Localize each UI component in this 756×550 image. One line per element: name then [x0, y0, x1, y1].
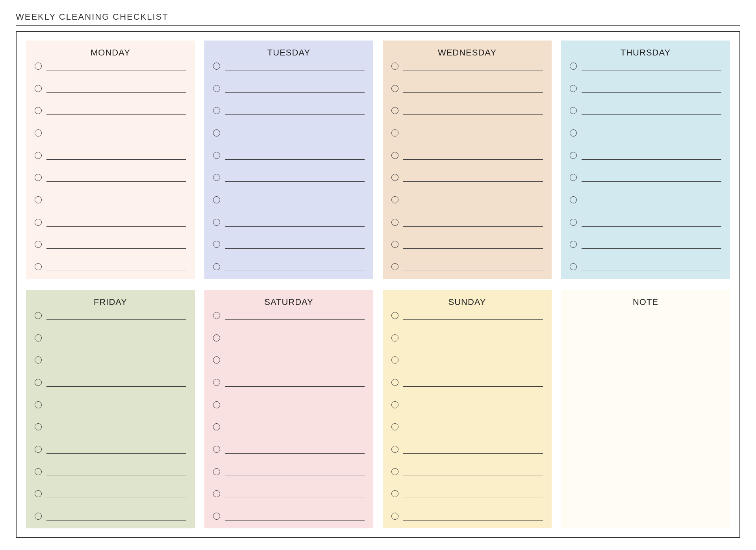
checkbox-circle-icon[interactable] [35, 312, 42, 319]
checkbox-circle-icon[interactable] [391, 379, 398, 386]
checkbox-circle-icon[interactable] [35, 423, 42, 430]
write-line[interactable] [403, 424, 543, 431]
write-line[interactable] [225, 197, 365, 204]
write-line[interactable] [582, 175, 721, 182]
write-line[interactable] [225, 335, 365, 342]
checkbox-circle-icon[interactable] [391, 513, 398, 520]
checklist-line[interactable] [391, 401, 543, 409]
write-line[interactable] [403, 357, 543, 364]
checklist-line[interactable] [213, 468, 365, 476]
checklist-line[interactable] [213, 174, 365, 182]
checkbox-circle-icon[interactable] [570, 174, 577, 181]
write-line[interactable] [225, 130, 365, 137]
checkbox-circle-icon[interactable] [213, 63, 220, 70]
checkbox-circle-icon[interactable] [391, 263, 398, 270]
checklist-line[interactable] [391, 423, 543, 431]
write-line[interactable] [46, 469, 186, 476]
write-line[interactable] [225, 380, 365, 387]
checkbox-circle-icon[interactable] [35, 219, 42, 226]
checklist-line[interactable] [391, 174, 543, 182]
checklist-line[interactable] [213, 107, 365, 115]
checkbox-circle-icon[interactable] [35, 263, 42, 270]
checklist-line[interactable] [213, 219, 365, 227]
checklist-line[interactable] [391, 152, 543, 160]
checkbox-circle-icon[interactable] [570, 85, 577, 92]
write-line[interactable] [403, 447, 543, 454]
checkbox-circle-icon[interactable] [35, 401, 42, 408]
checkbox-circle-icon[interactable] [35, 513, 42, 520]
checkbox-circle-icon[interactable] [391, 174, 398, 181]
write-line[interactable] [403, 86, 543, 93]
write-line[interactable] [46, 424, 186, 431]
checklist-line[interactable] [391, 490, 543, 498]
write-line[interactable] [403, 402, 543, 409]
checklist-line[interactable] [213, 263, 365, 271]
checklist-line[interactable] [570, 107, 721, 115]
write-line[interactable] [46, 63, 186, 70]
write-line[interactable] [582, 153, 721, 160]
checklist-line[interactable] [35, 446, 186, 454]
checkbox-circle-icon[interactable] [35, 356, 42, 364]
checkbox-circle-icon[interactable] [213, 490, 220, 497]
write-line[interactable] [46, 313, 186, 320]
checkbox-circle-icon[interactable] [570, 196, 577, 203]
checklist-line[interactable] [213, 334, 365, 342]
write-line[interactable] [403, 153, 543, 160]
checkbox-circle-icon[interactable] [391, 401, 398, 408]
checklist-line[interactable] [391, 107, 543, 115]
checkbox-circle-icon[interactable] [35, 85, 42, 92]
checkbox-circle-icon[interactable] [391, 85, 398, 92]
checkbox-circle-icon[interactable] [570, 63, 577, 70]
checkbox-circle-icon[interactable] [213, 379, 220, 386]
write-line[interactable] [46, 402, 186, 409]
checkbox-circle-icon[interactable] [570, 152, 577, 159]
checklist-line[interactable] [570, 219, 721, 227]
checkbox-circle-icon[interactable] [391, 241, 398, 248]
checklist-line[interactable] [35, 85, 186, 93]
checkbox-circle-icon[interactable] [35, 129, 42, 137]
write-line[interactable] [403, 242, 543, 249]
checklist-line[interactable] [570, 129, 721, 137]
checkbox-circle-icon[interactable] [213, 423, 220, 430]
checklist-line[interactable] [213, 152, 365, 160]
checkbox-circle-icon[interactable] [35, 490, 42, 497]
checklist-line[interactable] [570, 85, 721, 93]
checkbox-circle-icon[interactable] [213, 241, 220, 248]
checkbox-circle-icon[interactable] [391, 129, 398, 137]
checkbox-circle-icon[interactable] [213, 129, 220, 137]
checklist-line[interactable] [391, 356, 543, 364]
write-line[interactable] [46, 513, 186, 520]
write-line[interactable] [46, 447, 186, 454]
checkbox-circle-icon[interactable] [213, 263, 220, 270]
checklist-line[interactable] [35, 196, 186, 204]
checkbox-circle-icon[interactable] [213, 196, 220, 203]
checkbox-circle-icon[interactable] [213, 356, 220, 364]
checkbox-circle-icon[interactable] [391, 152, 398, 159]
checkbox-circle-icon[interactable] [213, 85, 220, 92]
checklist-line[interactable] [35, 152, 186, 160]
checklist-line[interactable] [391, 379, 543, 387]
checklist-line[interactable] [35, 513, 186, 520]
checkbox-circle-icon[interactable] [213, 174, 220, 181]
write-line[interactable] [225, 513, 365, 520]
checkbox-circle-icon[interactable] [391, 423, 398, 430]
checklist-line[interactable] [35, 63, 186, 70]
write-line[interactable] [582, 220, 721, 227]
checklist-line[interactable] [391, 513, 543, 520]
checkbox-circle-icon[interactable] [213, 446, 220, 453]
write-line[interactable] [46, 86, 186, 93]
write-line[interactable] [225, 491, 365, 498]
checklist-line[interactable] [570, 241, 721, 249]
write-line[interactable] [46, 130, 186, 137]
checklist-line[interactable] [213, 312, 365, 320]
write-line[interactable] [46, 153, 186, 160]
write-line[interactable] [582, 242, 721, 249]
checkbox-circle-icon[interactable] [213, 219, 220, 226]
checkbox-circle-icon[interactable] [35, 334, 42, 341]
checklist-line[interactable] [213, 196, 365, 204]
write-line[interactable] [403, 513, 543, 520]
write-line[interactable] [225, 63, 365, 70]
write-line[interactable] [403, 130, 543, 137]
write-line[interactable] [403, 469, 543, 476]
checklist-line[interactable] [213, 241, 365, 249]
